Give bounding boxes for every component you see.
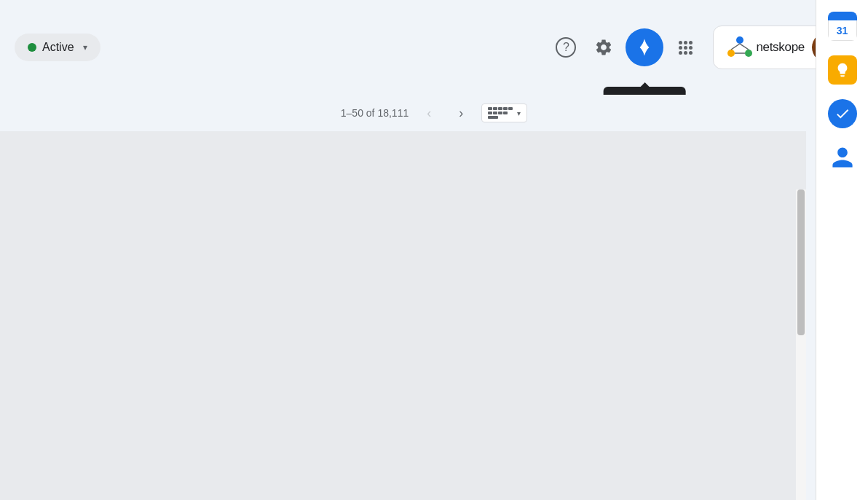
main-content-area — [0, 131, 806, 500]
sidebar-item-keep[interactable] — [825, 52, 860, 87]
active-dot — [28, 43, 36, 52]
sidebar-item-tasks[interactable] — [825, 96, 860, 131]
view-density-button[interactable]: ▾ — [481, 103, 527, 122]
ask-gemini-button[interactable] — [626, 28, 663, 66]
svg-line-3 — [731, 44, 740, 50]
svg-line-4 — [740, 44, 749, 50]
person-icon — [830, 145, 855, 170]
gear-icon — [594, 38, 613, 57]
keyboard-icon — [488, 107, 513, 119]
svg-point-0 — [736, 36, 743, 44]
scrollbar-track[interactable] — [796, 190, 806, 500]
contacts-icon — [828, 143, 857, 172]
lightbulb-icon — [835, 62, 851, 78]
check-icon — [835, 106, 851, 122]
apps-button[interactable] — [669, 31, 701, 63]
calendar-header — [828, 12, 857, 20]
help-icon: ? — [556, 37, 576, 58]
next-arrow-icon: › — [459, 106, 463, 121]
scrollbar-thumb[interactable] — [797, 190, 805, 335]
right-sidebar: 31 — [816, 0, 868, 500]
gemini-container: Ask Gemini — [626, 28, 663, 66]
apps-grid-icon — [679, 41, 693, 55]
sidebar-item-calendar[interactable]: 31 — [825, 9, 860, 44]
next-page-button[interactable]: › — [449, 101, 473, 125]
settings-button[interactable] — [588, 31, 620, 63]
svg-point-2 — [745, 50, 752, 57]
chevron-down-icon: ▾ — [83, 42, 87, 52]
prev-arrow-icon: ‹ — [427, 106, 431, 121]
prev-page-button[interactable]: ‹ — [417, 101, 441, 125]
netskope-logo: netskope — [724, 34, 805, 60]
sidebar-item-contacts[interactable] — [825, 140, 860, 175]
calendar-day: 31 — [828, 20, 857, 41]
calendar-icon: 31 — [828, 12, 857, 41]
svg-point-1 — [727, 50, 735, 57]
help-button[interactable]: ? — [550, 31, 582, 63]
gemini-star-icon — [634, 37, 655, 58]
netskope-logo-graphic — [724, 34, 756, 60]
keep-icon — [828, 55, 857, 85]
toolbar-icons: ? Ask Gemini — [550, 28, 701, 66]
toolbar: Active ▾ ? Ask Gemini — [0, 0, 868, 95]
pagination-row: 1–50 of 18,111 ‹ › ▾ — [0, 95, 868, 131]
active-label: Active — [42, 41, 74, 54]
active-status-button[interactable]: Active ▾ — [15, 34, 100, 61]
tasks-icon — [828, 99, 857, 128]
netskope-text: netskope — [756, 40, 805, 55]
chevron-down-icon: ▾ — [517, 109, 521, 117]
pagination-range: 1–50 of 18,111 — [341, 107, 409, 119]
